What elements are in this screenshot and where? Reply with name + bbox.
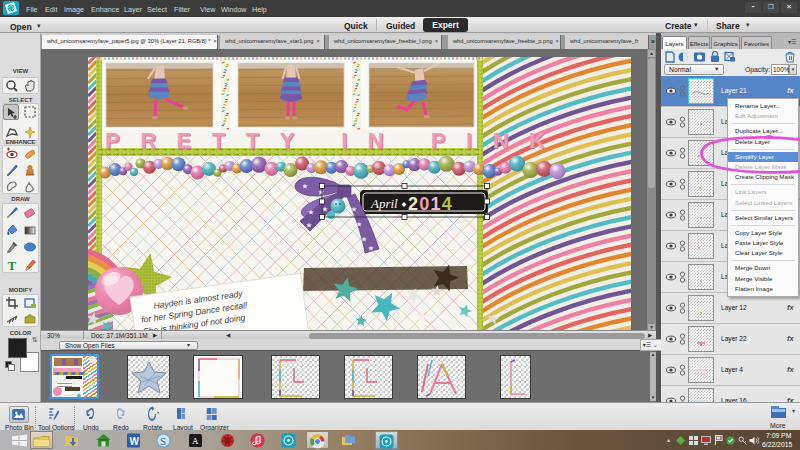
svg-text:A: A [192,436,199,446]
svg-text:W: W [130,436,140,447]
svg-text:2014: 2014 [408,194,453,214]
svg-text:S: S [160,435,166,447]
svg-text:April: April [370,196,398,211]
svg-text:T: T [8,258,17,273]
